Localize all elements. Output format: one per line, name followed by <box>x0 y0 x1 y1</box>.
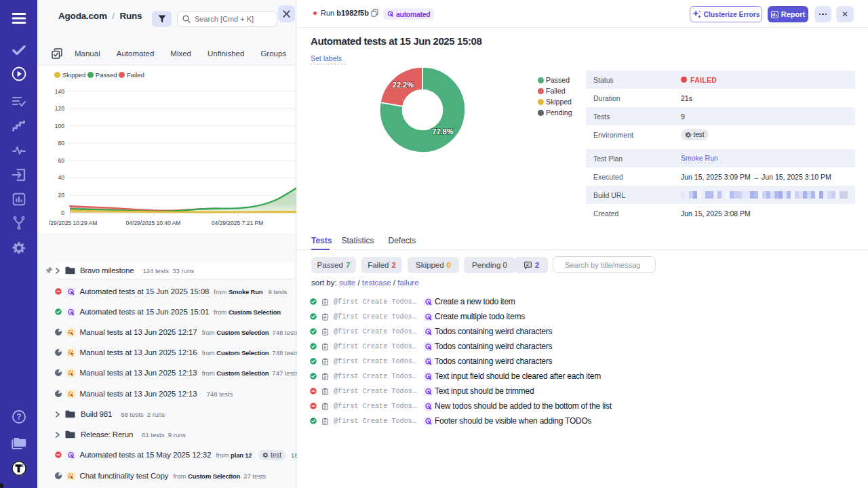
svg-text:40: 40 <box>58 174 65 181</box>
svg-text:22.2%: 22.2% <box>393 81 414 89</box>
svg-text:?: ? <box>16 412 21 422</box>
svg-text:/29/2025 10:29 AM: /29/2025 10:29 AM <box>49 220 97 226</box>
svg-text:04/29/2025 7:21 PM: 04/29/2025 7:21 PM <box>212 220 264 226</box>
svg-text:0: 0 <box>61 209 64 216</box>
svg-text:140: 140 <box>55 88 64 95</box>
svg-text:20: 20 <box>58 192 65 199</box>
svg-text:120: 120 <box>55 105 64 112</box>
svg-text:100: 100 <box>55 123 64 129</box>
svg-text:77.8%: 77.8% <box>432 127 453 136</box>
svg-text:80: 80 <box>58 140 65 146</box>
svg-text:60: 60 <box>58 157 65 164</box>
svg-text:04/29/2025 10:40 AM: 04/29/2025 10:40 AM <box>126 220 181 226</box>
